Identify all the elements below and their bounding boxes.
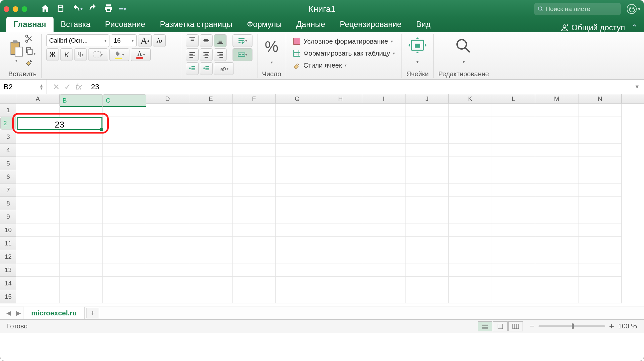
cell[interactable] <box>233 130 276 144</box>
cell[interactable] <box>362 104 405 117</box>
name-box[interactable]: B2 ▲▼ <box>0 80 47 94</box>
cell[interactable] <box>319 197 362 210</box>
cell[interactable] <box>449 197 492 210</box>
cell[interactable] <box>276 144 319 157</box>
cell[interactable] <box>405 170 449 183</box>
cell[interactable] <box>233 237 276 250</box>
cell[interactable] <box>319 290 362 303</box>
cell[interactable] <box>578 130 622 144</box>
cell[interactable] <box>146 183 189 197</box>
cell[interactable] <box>233 144 276 157</box>
cell[interactable] <box>276 277 319 290</box>
cell[interactable] <box>146 117 189 130</box>
select-all-corner[interactable] <box>0 94 16 103</box>
cell[interactable] <box>146 263 189 277</box>
align-left-button[interactable] <box>186 48 199 61</box>
cell[interactable] <box>60 290 103 303</box>
cell[interactable] <box>103 157 146 170</box>
increase-indent-button[interactable] <box>200 62 213 75</box>
row-header[interactable]: 3 <box>0 130 16 144</box>
cell[interactable] <box>276 250 319 263</box>
column-header[interactable]: N <box>578 94 622 103</box>
cell[interactable] <box>535 157 578 170</box>
cell[interactable] <box>492 157 535 170</box>
cell[interactable] <box>535 183 578 197</box>
cell[interactable] <box>16 250 60 263</box>
cell[interactable] <box>492 210 535 223</box>
column-header[interactable]: G <box>276 94 319 103</box>
cell[interactable] <box>405 223 449 237</box>
cell[interactable] <box>449 144 492 157</box>
cell[interactable] <box>189 250 233 263</box>
cell[interactable] <box>189 130 233 144</box>
tab-review[interactable]: Рецензирование <box>333 17 409 32</box>
bold-button[interactable]: Ж <box>46 48 59 61</box>
cell[interactable] <box>535 263 578 277</box>
orientation-button[interactable]: ab▾ <box>214 62 234 75</box>
cell[interactable] <box>103 210 146 223</box>
cell[interactable] <box>103 277 146 290</box>
cell[interactable] <box>146 144 189 157</box>
cell[interactable] <box>405 144 449 157</box>
cell[interactable] <box>233 210 276 223</box>
cell[interactable] <box>276 223 319 237</box>
cell[interactable] <box>233 277 276 290</box>
row-header[interactable]: 2 <box>0 117 16 130</box>
cell[interactable] <box>449 130 492 144</box>
align-bottom-button[interactable] <box>214 34 227 47</box>
font-size-select[interactable]: 16▾ <box>111 34 137 47</box>
cell[interactable] <box>276 263 319 277</box>
cell[interactable] <box>103 290 146 303</box>
cell[interactable] <box>189 290 233 303</box>
cell[interactable] <box>60 237 103 250</box>
cell[interactable] <box>16 223 60 237</box>
editing-icon[interactable] <box>454 37 473 55</box>
row-header[interactable]: 15 <box>0 290 16 303</box>
cell[interactable] <box>319 170 362 183</box>
cell[interactable] <box>449 290 492 303</box>
sheet-nav-next-icon[interactable]: ▶ <box>14 309 24 317</box>
cell[interactable] <box>449 277 492 290</box>
column-header[interactable]: I <box>362 94 405 103</box>
sheet-tab[interactable]: microexcel.ru <box>24 307 84 319</box>
italic-button[interactable]: К <box>60 48 73 61</box>
row-header[interactable]: 13 <box>0 263 16 277</box>
cell[interactable] <box>492 117 535 130</box>
feedback-dropdown-icon[interactable]: ▾ <box>638 6 640 12</box>
cell[interactable] <box>362 130 405 144</box>
confirm-formula-icon[interactable]: ✓ <box>64 82 71 92</box>
maximize-window-icon[interactable] <box>22 6 27 12</box>
zoom-in-button[interactable]: + <box>609 321 614 331</box>
cell[interactable] <box>362 210 405 223</box>
cell[interactable] <box>405 210 449 223</box>
cell[interactable] <box>578 277 622 290</box>
column-header[interactable]: K <box>449 94 492 103</box>
cell[interactable] <box>405 263 449 277</box>
cell[interactable] <box>189 197 233 210</box>
cell[interactable] <box>578 144 622 157</box>
cell[interactable] <box>535 290 578 303</box>
paste-icon[interactable] <box>9 40 24 58</box>
cut-icon[interactable] <box>25 34 36 44</box>
row-header[interactable]: 14 <box>0 277 16 290</box>
cell[interactable] <box>276 183 319 197</box>
search-box[interactable] <box>534 3 621 15</box>
cell[interactable] <box>189 144 233 157</box>
selected-merged-cell[interactable]: 23 <box>17 117 102 130</box>
cell[interactable] <box>233 183 276 197</box>
cell[interactable] <box>103 237 146 250</box>
cell[interactable] <box>103 263 146 277</box>
cell[interactable] <box>233 157 276 170</box>
cell[interactable] <box>16 170 60 183</box>
fill-handle[interactable] <box>100 128 103 131</box>
cell[interactable] <box>492 277 535 290</box>
cell[interactable] <box>535 117 578 130</box>
tab-view[interactable]: Вид <box>409 17 438 32</box>
cell[interactable] <box>492 104 535 117</box>
cell[interactable] <box>16 263 60 277</box>
cell[interactable] <box>319 104 362 117</box>
cell[interactable] <box>492 250 535 263</box>
cell[interactable] <box>189 157 233 170</box>
minimize-window-icon[interactable] <box>13 6 18 12</box>
cell[interactable] <box>233 223 276 237</box>
